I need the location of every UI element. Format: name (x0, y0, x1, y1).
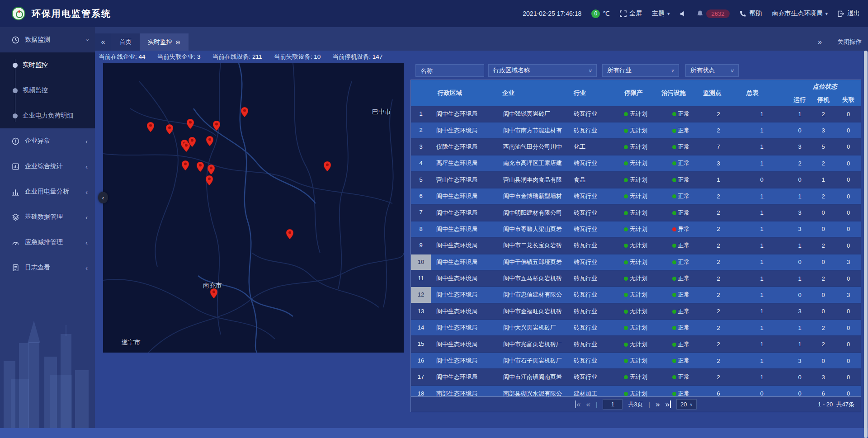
tab-首页[interactable]: 首页 (111, 33, 140, 51)
map-pin[interactable] (147, 122, 154, 132)
table-row[interactable]: 18南部生态环境局南部县砌兴水泥有限公建材加工无计划正常60060 (411, 386, 861, 396)
table-row[interactable]: 2阆中生态环境局阆中市南方节能建材有砖瓦行业无计划正常21030 (411, 122, 861, 139)
table-row[interactable]: 3仪陇生态环境局西南油气田分公司川中化工无计划正常71350 (411, 139, 861, 155)
sidebar-item-6[interactable]: 应急减排管理‹ (0, 230, 95, 255)
industry-filter-select[interactable]: 所有行业 ∨ (602, 64, 679, 77)
page-scrollbar[interactable] (864, 51, 868, 438)
tabs-scroll-left-button[interactable]: « (95, 33, 111, 51)
cell-lost: 0 (835, 226, 861, 232)
tab-close-icon[interactable]: ⊗ (175, 39, 180, 46)
close-operations-button[interactable]: 关闭操作 (837, 38, 862, 46)
cell-stopped: 3 (811, 374, 835, 381)
notifications-button[interactable]: 2632 (697, 9, 730, 18)
table-row[interactable]: 6阆中生态环境局阆中市金博瑞新型墙材砖瓦行业无计划正常21120 (411, 188, 861, 205)
chevron-left-icon: ‹ (85, 163, 88, 170)
table-row[interactable]: 11阆中生态环境局阆中市五马桥页岩机砖砖瓦行业无计划正常21120 (411, 271, 861, 287)
gauge-icon (12, 36, 19, 44)
cell-region: 阆中生态环境局 (431, 340, 492, 349)
sidebar-item-3[interactable]: 企业综合统计‹ (0, 154, 95, 179)
sidebar-subitem-企业电力负荷明细[interactable]: 企业电力负荷明细 (0, 103, 95, 128)
sidebar-subitem-视频监控[interactable]: 视频监控 (0, 78, 95, 103)
map-pin[interactable] (206, 136, 213, 146)
page-size-select[interactable]: 20∨ (676, 399, 697, 410)
status-filter-select[interactable]: 所有状态 ∨ (685, 64, 739, 77)
fullscreen-button[interactable]: 全屏 (620, 9, 642, 18)
cell-industry: 砖瓦行业 (572, 192, 611, 200)
enterprise-table: 行政区域 企业 行业 停限产 治污设施 监测点 总表 点位状态 运行 停机 失联… (410, 80, 861, 412)
map-pin[interactable] (182, 160, 189, 170)
table-row[interactable]: 9阆中生态环境局阆中市二龙长宝页岩砖砖瓦行业无计划正常21120 (411, 238, 861, 254)
table-row[interactable]: 15阆中生态环境局阆中市光富页岩机砖厂砖瓦行业无计划正常21120 (411, 336, 861, 353)
help-button[interactable]: 帮助 (740, 9, 762, 18)
table-row[interactable]: 16阆中生态环境局阆中市石子页岩机砖厂砖瓦行业无计划正常21300 (411, 353, 861, 369)
row-number: 2 (411, 122, 431, 138)
sidebar-item-7[interactable]: 日志查看‹ (0, 255, 95, 280)
cell-region: 阆中生态环境局 (431, 324, 492, 332)
table-row[interactable]: 17阆中生态环境局阆中市江南镇阆南页岩砖瓦行业无计划正常21030 (411, 369, 861, 386)
table-row[interactable]: 8阆中生态环境局阆中市枣碧大梁山页岩砖瓦行业无计划异常21300 (411, 221, 861, 238)
cell-region: 阆中生态环境局 (431, 291, 492, 299)
cell-industry: 砖瓦行业 (572, 127, 611, 135)
map-pin[interactable] (183, 142, 190, 152)
table-row[interactable]: 10阆中生态环境局阆中千佛镇五郎垭页岩砖瓦行业无计划正常21003 (411, 254, 861, 271)
cell-lost: 0 (835, 374, 861, 381)
table-row[interactable]: 1阆中生态环境局阆中强锐页岩砖厂砖瓦行业无计划正常21120 (411, 106, 861, 122)
map-pin[interactable] (206, 175, 213, 185)
cell-running: 0 (788, 390, 811, 396)
cell-meters: 1 (736, 292, 788, 298)
map-pin[interactable] (286, 229, 293, 239)
map-collapse-handle[interactable]: ‹ (98, 192, 108, 203)
cell-company: 阆中大兴页岩机砖厂 (492, 324, 572, 332)
next-page-button[interactable]: » (656, 400, 660, 408)
table-row[interactable]: 4高坪生态环境局南充市高坪区王家店建砖瓦行业无计划正常31220 (411, 155, 861, 172)
map-pin[interactable] (197, 162, 204, 172)
map-panel[interactable]: 巴中市南充市遂宁市 (103, 63, 404, 353)
sidebar: 数据监测‹实时监控视频监控企业电力负荷明细企业异常‹企业综合统计‹企业用电量分析… (0, 27, 95, 438)
cell-meters: 1 (736, 325, 788, 331)
table-row[interactable]: 7阆中生态环境局阆中明阳建材有限公司砖瓦行业无计划正常21300 (411, 205, 861, 221)
theme-dropdown[interactable]: 主题 ▾ (652, 9, 670, 18)
table-row[interactable]: 12阆中生态环境局阆中市忠信建材有限公砖瓦行业无计划正常21003 (411, 287, 861, 303)
first-page-button[interactable]: « (575, 400, 580, 408)
status-dot-icon (672, 326, 676, 330)
chevron-down-icon: ∨ (670, 68, 674, 74)
cell-company: 阆中市二龙长宝页岩砖 (492, 241, 572, 250)
map-pin[interactable] (187, 119, 194, 129)
map-pin[interactable] (208, 165, 215, 174)
region-filter-select[interactable]: 行政区域名称 ∨ (488, 64, 597, 77)
sidebar-item-2[interactable]: 企业异常‹ (0, 128, 95, 154)
org-dropdown[interactable]: 南充市生态环境局 ▾ (772, 9, 828, 18)
cell-meters: 1 (736, 242, 788, 249)
status-dot-icon (624, 244, 628, 248)
table-row[interactable]: 14阆中生态环境局阆中大兴页岩机砖厂砖瓦行业无计划正常21120 (411, 320, 861, 336)
table-row[interactable]: 13阆中生态环境局阆中市金福旺页岩机砖砖瓦行业无计划正常21300 (411, 304, 861, 320)
prev-page-button[interactable]: « (586, 400, 590, 408)
cell-stopped: 3 (811, 127, 835, 134)
map-pin[interactable] (241, 107, 248, 117)
map-pin[interactable] (213, 121, 220, 131)
sidebar-subitem-实时监控[interactable]: 实时监控 (0, 52, 95, 78)
map-pin[interactable] (210, 288, 217, 298)
status-dot-icon (672, 211, 676, 215)
logout-button[interactable]: 退出 (838, 9, 860, 18)
sound-button[interactable] (680, 10, 687, 17)
stat-item: 当前停机设备: 147 (332, 53, 382, 61)
name-filter-input[interactable] (415, 64, 484, 77)
map-pin[interactable] (166, 124, 173, 134)
last-page-button[interactable]: » (665, 400, 670, 408)
cell-region: 南部生态环境局 (431, 390, 492, 396)
sidebar-item-5[interactable]: 基础数据管理‹ (0, 204, 95, 230)
cell-points: 6 (701, 390, 736, 396)
tab-实时监控[interactable]: 实时监控⊗ (140, 33, 189, 51)
topbar-actions: 2021-02-25 17:46:18 0 ℃ 全屏 主题 ▾ (523, 9, 868, 18)
sidebar-item-4[interactable]: 企业用电量分析‹ (0, 179, 95, 204)
tabs-scroll-right-button[interactable]: » (818, 38, 822, 46)
cell-region: 仪陇生态环境局 (431, 143, 492, 151)
page-input[interactable]: 1 (603, 399, 623, 410)
sidebar-item-1[interactable]: 数据监测‹ (0, 27, 95, 52)
map-pin[interactable] (324, 161, 331, 171)
cell-meters: 1 (736, 209, 788, 216)
table-row[interactable]: 5营山生态环境局营山县润丰肉食品有限食品无计划正常10010 (411, 172, 861, 188)
total-pages-label: 共3页 (628, 400, 643, 409)
chart-icon (12, 188, 19, 196)
